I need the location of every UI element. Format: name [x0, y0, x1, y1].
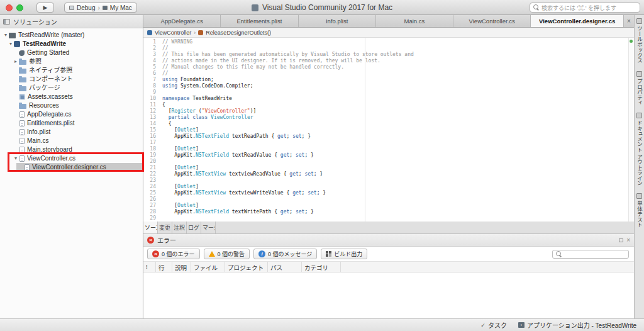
- tree-item[interactable]: ViewController.designer.cs: [0, 163, 143, 172]
- code-line: [Register ("ViewController")]: [162, 108, 628, 115]
- target-device-label: My Mac: [110, 4, 132, 11]
- disclosure-open-icon[interactable]: ▾: [3, 31, 9, 40]
- code-line: [162, 177, 628, 184]
- filter-label: 0 個の警告: [218, 250, 245, 258]
- file-cs-icon: [19, 111, 25, 118]
- error-columns: !行説明ファイルプロジェクトパスカテゴリ: [143, 262, 634, 272]
- editor-tab[interactable]: AppDelegate.cs: [143, 15, 221, 27]
- tree-item-label: ネイティブ参照: [29, 66, 72, 75]
- vertical-scrollbar[interactable]: [628, 38, 634, 222]
- code-line: AppKit.NSTextView textviewWriteValue { g…: [162, 190, 628, 196]
- editor-tab[interactable]: ViewController.cs: [453, 15, 531, 27]
- tasks-icon: ✓: [480, 322, 486, 328]
- project-icon: [14, 41, 20, 47]
- tree-item[interactable]: Resources: [0, 101, 143, 110]
- run-button[interactable]: ▶: [36, 3, 54, 13]
- tree-item[interactable]: Assets.xcassets: [0, 93, 143, 101]
- tree-item-label: Getting Started: [27, 48, 69, 57]
- tool-tab-unit-tests[interactable]: 単体テスト: [635, 193, 644, 228]
- error-search-field[interactable]: [552, 250, 629, 259]
- line-number: 17: [143, 140, 160, 146]
- editor-tab[interactable]: ViewController.designer.cs: [531, 15, 624, 27]
- configuration-icon: [69, 6, 74, 10]
- application-output-status-item[interactable]: › アプリケーション出力 - TestReadWrite: [518, 320, 636, 330]
- tree-item[interactable]: ▸参照: [0, 57, 143, 66]
- tree-item-label: ViewController.cs: [27, 154, 75, 163]
- column-header[interactable]: パス: [268, 262, 302, 272]
- run-configuration-control[interactable]: Debug › My Mac: [64, 3, 137, 13]
- close-window-button[interactable]: [6, 4, 13, 11]
- code-line: using System.CodeDom.Compiler;: [162, 83, 628, 89]
- method-icon: [198, 30, 203, 35]
- column-header[interactable]: 行: [156, 262, 172, 272]
- tree-item[interactable]: Main.storyboard: [0, 145, 143, 154]
- application-output-label: アプリケーション出力 - TestReadWrite: [527, 320, 636, 330]
- filter-error-button[interactable]: ×0 個のエラー: [147, 249, 200, 259]
- file-plist-icon: [19, 120, 25, 126]
- editor-tab[interactable]: Info.plist: [299, 15, 376, 27]
- filter-label: 0 個のエラー: [162, 250, 195, 258]
- dock-panel-icon[interactable]: [619, 238, 623, 242]
- solution-pad-header[interactable]: ソリューション: [0, 15, 143, 28]
- tree-item-label: TestReadWrite: [23, 40, 66, 48]
- editor-tab[interactable]: Main.cs: [376, 15, 453, 27]
- zoom-window-button[interactable]: [16, 4, 23, 11]
- tree-item[interactable]: パッケージ: [0, 84, 143, 93]
- tree-item[interactable]: Main.cs: [0, 137, 143, 145]
- build-output-button[interactable]: ビルド出力: [321, 249, 367, 259]
- column-header[interactable]: プロジェクト: [225, 262, 268, 272]
- tree-item[interactable]: ▾ViewController.cs: [0, 154, 143, 163]
- tree-item[interactable]: AppDelegate.cs: [0, 110, 143, 119]
- code-lines: // WARNING//// This file has been genera…: [162, 39, 628, 222]
- column-header[interactable]: カテゴリ: [302, 262, 341, 272]
- breadcrumb-item[interactable]: ViewController: [155, 30, 191, 36]
- line-number: 3: [143, 52, 160, 58]
- vcs-tab[interactable]: ログ: [187, 222, 201, 233]
- global-search-field[interactable]: 検索するには '⌘.' を押します: [530, 3, 640, 13]
- line-number: 8: [143, 83, 160, 89]
- editor-tab[interactable]: Entitlements.plist: [221, 15, 298, 27]
- vcs-tab[interactable]: 注釈: [172, 222, 187, 233]
- disclosure-open-icon[interactable]: ▾: [8, 40, 14, 48]
- tree-item[interactable]: Getting Started: [0, 48, 143, 57]
- filter-warning-button[interactable]: 0 個の警告: [204, 249, 250, 259]
- tool-tab-properties[interactable]: プロパティ: [635, 71, 644, 106]
- tree-item-label: Main.storyboard: [27, 145, 72, 154]
- code-editor[interactable]: 1234567891011121314151617181920212223242…: [143, 38, 634, 222]
- code-line: [Outlet]: [162, 203, 628, 209]
- column-header[interactable]: 説明: [172, 262, 191, 272]
- tree-item[interactable]: コンポーネント: [0, 75, 143, 84]
- visual-studio-mac-window: ▶ Debug › My Mac Visual Studio Community…: [0, 0, 644, 331]
- disclosure-open-icon[interactable]: ▾: [13, 154, 19, 163]
- line-number: 28: [143, 209, 160, 215]
- vcs-tab[interactable]: マージ: [201, 222, 216, 233]
- tree-item-label: コンポーネント: [29, 75, 73, 84]
- tool-tab-label: ドキュメント アウトライン: [635, 120, 644, 186]
- tree-item[interactable]: ▾TestReadWrite (master): [0, 31, 143, 40]
- file-cs-icon: [19, 138, 25, 144]
- close-panel-icon[interactable]: ×: [626, 237, 630, 244]
- tool-tab-toolbox[interactable]: ツールボックス: [635, 18, 644, 64]
- tasks-status-item[interactable]: ✓ タスク: [480, 320, 507, 330]
- vcs-tab-strip: ソース変更注釈ログマージ: [143, 222, 634, 234]
- breadcrumb-item[interactable]: ReleaseDesignerOutlets(): [206, 30, 271, 36]
- line-number: 6: [143, 70, 160, 77]
- vcs-tab[interactable]: 変更: [158, 222, 172, 233]
- tree-item[interactable]: Entitlements.plist: [0, 119, 143, 128]
- tree-item[interactable]: ▾TestReadWrite: [0, 40, 143, 48]
- code-line: [Outlet]: [162, 184, 628, 190]
- vcs-tab[interactable]: ソース: [143, 222, 158, 233]
- info-icon: i: [258, 250, 265, 257]
- code-line: //: [162, 70, 628, 77]
- disclosure-closed-icon[interactable]: ▸: [13, 57, 19, 66]
- tool-tab-document-outline[interactable]: ドキュメント アウトライン: [635, 113, 644, 186]
- column-header[interactable]: !: [143, 262, 156, 272]
- code-line: [Outlet]: [162, 165, 628, 171]
- tree-item[interactable]: ネイティブ参照: [0, 66, 143, 75]
- error-list[interactable]: [143, 272, 634, 318]
- close-tab-icon[interactable]: ×: [624, 15, 634, 27]
- filter-info-button[interactable]: i0 個のメッセージ: [253, 249, 317, 259]
- title-bar: ▶ Debug › My Mac Visual Studio Community…: [0, 0, 644, 15]
- column-header[interactable]: ファイル: [191, 262, 225, 272]
- tree-item[interactable]: Info.plist: [0, 128, 143, 137]
